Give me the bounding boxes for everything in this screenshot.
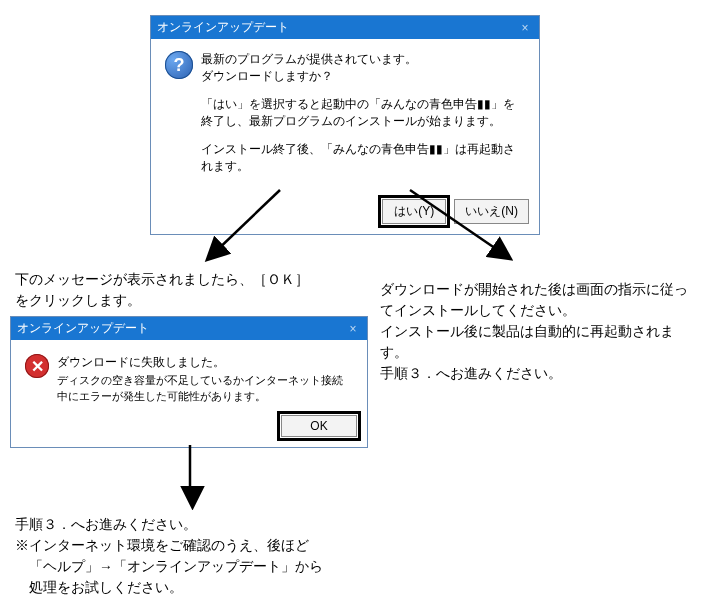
close-icon[interactable]: × bbox=[517, 21, 533, 35]
right-l2: インストール後に製品は自動的に再起動されます。 bbox=[380, 324, 674, 360]
lf-l4: 処理をお試しください。 bbox=[15, 580, 183, 595]
right-instructions: ダウンロードが開始された後は画面の指示に従ってインストールしてください。 インス… bbox=[380, 280, 690, 385]
yes-button[interactable]: はい(Y) bbox=[382, 199, 446, 224]
no-button[interactable]: いいえ(N) bbox=[454, 199, 529, 224]
dialog1-line1: 最新のプログラムが提供されています。 bbox=[201, 52, 417, 66]
dialog2-titlebar: オンラインアップデート × bbox=[11, 317, 367, 340]
right-l1: ダウンロードが開始された後は画面の指示に従ってインストールしてください。 bbox=[380, 282, 688, 318]
lf-l3: 「ヘルプ」→「オンラインアップデート」から bbox=[15, 559, 323, 574]
dialog1-title: オンラインアップデート bbox=[157, 19, 289, 36]
dialog2-line1: ダウンロードに失敗しました。 bbox=[57, 354, 353, 371]
arrow-down bbox=[170, 440, 210, 510]
dialog1-line3: 「はい」を選択すると起動中の「みんなの青色申告▮▮」を終了し、最新プログラムのイ… bbox=[201, 96, 525, 131]
error-icon: ✕ bbox=[25, 354, 49, 378]
dialog1-line4: インストール終了後、「みんなの青色申告▮▮」は再起動されます。 bbox=[201, 141, 525, 176]
question-icon: ? bbox=[165, 51, 193, 79]
dialog2-title: オンラインアップデート bbox=[17, 320, 149, 337]
right-l3: 手順３．へお進みください。 bbox=[380, 366, 562, 381]
dialog-download-failed: オンラインアップデート × ✕ ダウンロードに失敗しました。 ディスクの空き容量… bbox=[10, 316, 368, 448]
dialog1-line2: ダウンロードしますか？ bbox=[201, 69, 333, 83]
left-footer: 手順３．へお進みください。 ※インターネット環境をご確認のうえ、後ほど 「ヘルプ… bbox=[15, 515, 335, 599]
dialog2-line2: ディスクの空き容量が不足しているかインターネット接続中にエラーが発生した可能性が… bbox=[57, 373, 353, 405]
left-caption: 下のメッセージが表示されましたら、［ＯＫ］をクリックします。 bbox=[15, 270, 315, 312]
lf-l2: ※インターネット環境をご確認のうえ、後ほど bbox=[15, 538, 309, 553]
lf-l1: 手順３．へお進みください。 bbox=[15, 517, 197, 532]
dialog-update-prompt: オンラインアップデート × ? 最新のプログラムが提供されています。 ダウンロー… bbox=[150, 15, 540, 235]
ok-button[interactable]: OK bbox=[281, 415, 357, 437]
dialog1-titlebar: オンラインアップデート × bbox=[151, 16, 539, 39]
close-icon[interactable]: × bbox=[345, 322, 361, 336]
